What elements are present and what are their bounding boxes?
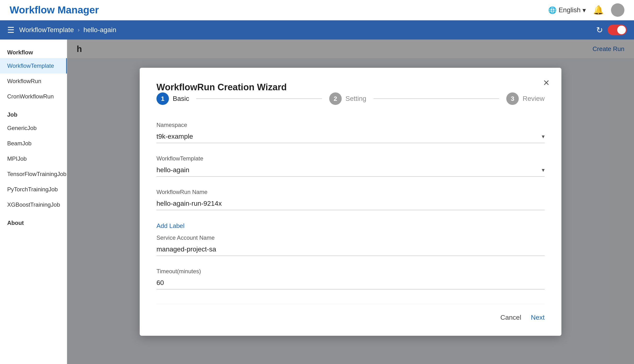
workflow-template-dropdown[interactable]: hello-again ▾ bbox=[157, 164, 545, 177]
step-1: 1 Basic bbox=[157, 92, 189, 105]
service-account-field-group: Service Account Name bbox=[157, 234, 545, 256]
run-name-field-group: WorkflowRun Name bbox=[157, 189, 545, 210]
sub-header: ☰ WorkflowTemplate › hello-again ↻ bbox=[0, 20, 634, 40]
breadcrumb-parent[interactable]: WorkflowTemplate bbox=[19, 26, 74, 34]
sidebar-item-mpi-job[interactable]: MPIJob bbox=[0, 151, 67, 166]
modal-overlay: WorkflowRun Creation Wizard × 1 Basic 2 bbox=[67, 40, 634, 364]
breadcrumb-child[interactable]: hello-again bbox=[83, 26, 116, 34]
step-2-number: 2 bbox=[334, 95, 337, 102]
timeout-input[interactable] bbox=[157, 279, 545, 287]
step-line-1 bbox=[196, 98, 322, 99]
language-selector[interactable]: 🌐 English ▾ bbox=[548, 6, 586, 14]
add-label-button[interactable]: Add Label bbox=[157, 222, 185, 230]
workflow-template-dropdown-arrow: ▾ bbox=[542, 167, 545, 174]
stepper: 1 Basic 2 Setting 3 bbox=[157, 92, 545, 105]
dialog-title: WorkflowRun Creation Wizard bbox=[157, 82, 287, 92]
language-dropdown-icon: ▾ bbox=[582, 6, 586, 14]
sidebar-item-workflow-template[interactable]: WorkflowTemplate bbox=[0, 58, 67, 74]
service-account-input[interactable] bbox=[157, 246, 545, 253]
namespace-dropdown[interactable]: t9k-example ▾ bbox=[157, 130, 545, 143]
workflow-template-field-group: WorkflowTemplate hello-again ▾ bbox=[157, 155, 545, 177]
language-label: English bbox=[558, 6, 580, 14]
dialog-close-button[interactable]: × bbox=[543, 77, 549, 88]
content-area: h Create Run WorkflowRun Creation Wizard… bbox=[67, 40, 634, 364]
sidebar-item-generic-job[interactable]: GenericJob bbox=[0, 120, 67, 136]
sidebar: Workflow WorkflowTemplate WorkflowRun Cr… bbox=[0, 40, 67, 364]
namespace-label: Namespace bbox=[157, 122, 545, 128]
workflow-template-label: WorkflowTemplate bbox=[157, 155, 545, 162]
breadcrumb-separator: › bbox=[78, 26, 80, 33]
run-name-input-wrapper bbox=[157, 197, 545, 210]
run-name-label: WorkflowRun Name bbox=[157, 189, 545, 196]
app-title: Workflow Manager bbox=[10, 4, 99, 16]
main-layout: Workflow WorkflowTemplate WorkflowRun Cr… bbox=[0, 40, 634, 364]
next-button[interactable]: Next bbox=[531, 314, 545, 321]
avatar[interactable] bbox=[611, 3, 624, 17]
breadcrumb: WorkflowTemplate › hello-again bbox=[19, 26, 116, 34]
sub-header-right: ↻ bbox=[596, 25, 627, 35]
toggle-button[interactable] bbox=[608, 25, 627, 35]
job-section-title: Job bbox=[0, 109, 67, 120]
step-2: 2 Setting bbox=[329, 92, 366, 105]
namespace-value: t9k-example bbox=[157, 133, 193, 140]
namespace-dropdown-arrow: ▾ bbox=[542, 133, 545, 140]
step-3-circle: 3 bbox=[506, 92, 519, 105]
top-header: Workflow Manager 🌐 English ▾ 🔔 bbox=[0, 0, 634, 20]
step-2-circle: 2 bbox=[329, 92, 342, 105]
timeout-field-group: Timeout(minutes) bbox=[157, 268, 545, 290]
sidebar-item-xgboost-job[interactable]: XGBoostTrainingJob bbox=[0, 197, 67, 212]
workflow-template-value: hello-again bbox=[157, 166, 189, 174]
timeout-input-wrapper bbox=[157, 276, 545, 290]
cancel-button[interactable]: Cancel bbox=[500, 314, 521, 321]
step-3-label: Review bbox=[523, 95, 545, 102]
step-1-number: 1 bbox=[161, 95, 164, 102]
notification-icon[interactable]: 🔔 bbox=[593, 5, 604, 15]
sidebar-item-workflow-run[interactable]: WorkflowRun bbox=[0, 74, 67, 89]
step-line-2 bbox=[374, 98, 499, 99]
service-account-input-wrapper bbox=[157, 243, 545, 256]
sidebar-item-tensorflow-job[interactable]: TensorFlowTrainingJob bbox=[0, 166, 67, 182]
about-section-title: About bbox=[0, 217, 67, 229]
run-name-input[interactable] bbox=[157, 200, 545, 208]
sidebar-item-cron-workflow-run[interactable]: CronWorkflowRun bbox=[0, 89, 67, 104]
timeout-label: Timeout(minutes) bbox=[157, 268, 545, 275]
step-1-label: Basic bbox=[173, 95, 189, 102]
refresh-icon[interactable]: ↻ bbox=[596, 25, 603, 35]
service-account-label: Service Account Name bbox=[157, 234, 545, 241]
step-3: 3 Review bbox=[506, 92, 545, 105]
workflow-section-title: Workflow bbox=[0, 47, 67, 58]
namespace-field-group: Namespace t9k-example ▾ bbox=[157, 122, 545, 143]
dialog: WorkflowRun Creation Wizard × 1 Basic 2 bbox=[140, 68, 561, 336]
menu-icon[interactable]: ☰ bbox=[7, 25, 14, 35]
step-1-circle: 1 bbox=[157, 92, 169, 105]
step-3-number: 3 bbox=[511, 95, 514, 102]
sidebar-item-beam-job[interactable]: BeamJob bbox=[0, 136, 67, 151]
header-right: 🌐 English ▾ 🔔 bbox=[548, 3, 624, 17]
step-2-label: Setting bbox=[346, 95, 366, 102]
translate-icon: 🌐 bbox=[548, 6, 557, 14]
sidebar-item-pytorch-job[interactable]: PyTorchTrainingJob bbox=[0, 182, 67, 197]
dialog-footer: Cancel Next bbox=[157, 304, 545, 321]
